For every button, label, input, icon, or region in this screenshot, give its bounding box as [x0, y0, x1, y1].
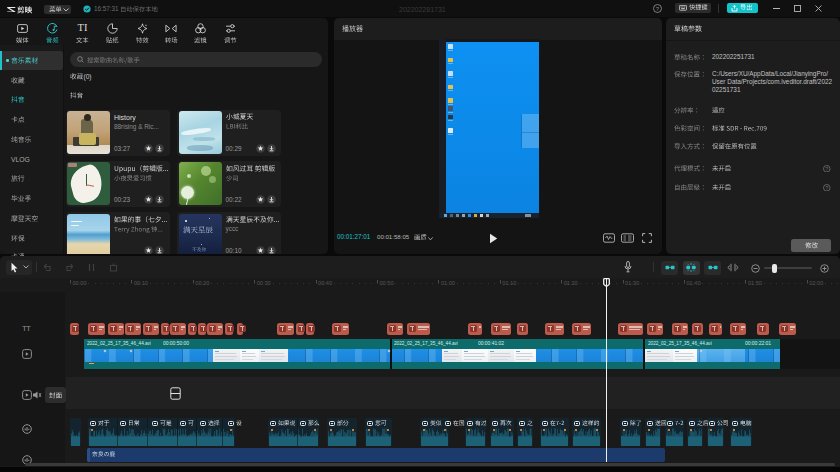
- svg-text:?: ?: [656, 6, 660, 12]
- svg-text:?: ?: [825, 185, 828, 190]
- svg-text:?: ?: [825, 166, 828, 171]
